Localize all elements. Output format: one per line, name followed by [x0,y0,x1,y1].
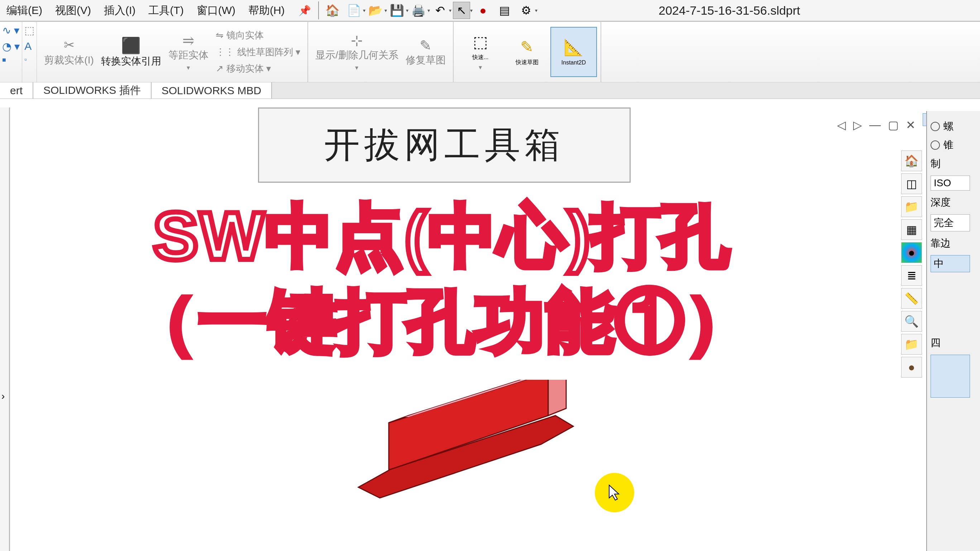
sketch-tiny-icon[interactable]: ▫ [24,56,34,64]
rebuild-status-icon[interactable]: ● [474,2,492,19]
inspect-icon[interactable]: 🔍 [901,311,922,332]
bbox-icon[interactable]: ▦ [901,219,922,240]
repair-sketch-button[interactable]: 修复草图 [406,54,446,67]
rapid-sketch-button[interactable]: ✎ 快速草图 [504,27,550,77]
sketch-dim-icon[interactable]: ⬚ [24,24,34,37]
sketch-spline-icon[interactable]: ∿ ▾ [2,24,20,37]
offset-entities-button[interactable]: 等距实体 [169,49,208,62]
instant2d-button[interactable]: 📐 Instant2D [550,27,597,77]
next-view-button[interactable]: ▷ [853,118,862,132]
radio-taper[interactable] [931,140,940,150]
radio-thread[interactable] [931,122,940,131]
cursor-arrow-icon [607,484,622,501]
sketch-arc-icon[interactable]: ◔ ▾ [2,40,20,52]
menu-insert[interactable]: 插入(I) [97,3,142,18]
tab-insert[interactable]: ert [0,83,33,98]
depth-label: 深度 [931,195,951,209]
home-view-icon[interactable]: 🏠 [901,151,922,171]
origin-marker-icon: › [2,387,5,405]
close-button[interactable]: ✕ [906,118,915,132]
menu-window[interactable]: 窗口(W) [190,3,242,18]
trim-entities-button[interactable]: 剪裁实体(I) [44,54,94,67]
divider [318,2,319,19]
convert-entities-button[interactable]: 转换实体引用 [101,55,161,68]
document-title: 2024-7-15-16-31-56.sldprt [659,3,800,17]
depth-field[interactable]: 完全 [931,214,970,232]
standard-label: 制 [931,157,940,170]
list-icon[interactable]: ≣ [901,265,922,286]
rapid-button[interactable]: ⬚ 快速... ▾ [457,27,504,77]
print-button[interactable]: 🖨️ [410,2,427,19]
task-pane: 螺 锥 制 ISO 深度 完全 靠边 中 四 [926,111,980,551]
move-entities-button[interactable]: ↗移动实体 ▾ [216,60,271,77]
new-button[interactable]: 📄 [345,2,363,19]
standard-field[interactable]: ISO [931,176,970,191]
sphere-shade-icon[interactable]: ● [901,357,922,378]
prev-view-button[interactable]: ◁ [837,118,846,132]
material-folder-icon[interactable]: 📁 [901,334,922,355]
undo-button[interactable]: ↶ [431,2,449,19]
overlay-caption: SW中点(中心)打孔 （一键打孔功能①） [129,194,755,364]
maximize-button[interactable]: ▢ [888,118,899,132]
menu-tools[interactable]: 工具(T) [142,3,190,18]
sketch-text-icon[interactable]: A [24,40,34,52]
save-button[interactable]: 💾 [388,2,406,19]
pin-icon[interactable]: 📌 [299,5,311,16]
model-3d-part [355,380,584,502]
cursor-highlight [595,473,634,512]
edge-label: 靠边 [931,237,951,250]
quad-label: 四 [931,336,940,350]
isometric-view-icon[interactable]: ◫ [901,173,922,194]
command-tabs: ert SOLIDWORKS 插件 SOLIDWORKS MBD [0,83,980,99]
home-button[interactable]: 🏠 [324,2,341,19]
view-toolbar: 🏠 ◫ 📁 ▦ ● ≣ 📏 🔍 📁 ● [901,151,923,378]
measure-icon[interactable]: 📏 [901,288,922,309]
radio-taper-label: 锥 [943,138,953,152]
folder-icon[interactable]: 📁 [901,196,922,217]
tab-solidworks-addin[interactable]: SOLIDWORKS 插件 [33,83,151,98]
tab-solidworks-mbd[interactable]: SOLIDWORKS MBD [151,83,272,98]
menu-view[interactable]: 视图(V) [49,3,97,18]
menu-edit[interactable]: 编辑(E) [0,3,49,18]
select-button[interactable]: ↖ [453,2,470,19]
feature-tree-panel: › [0,108,10,551]
radio-thread-label: 螺 [943,120,953,133]
appearance-icon[interactable]: ● [901,242,922,263]
edge-field[interactable]: 中 [931,255,970,272]
sketch-point-icon[interactable]: ■ [2,56,20,64]
linear-pattern-button[interactable]: ⋮⋮线性草图阵列 ▾ [216,44,300,60]
svg-marker-3 [548,380,566,416]
mirror-entities-button[interactable]: ⇋镜向实体 [216,27,264,44]
settings-button[interactable]: ⚙ [517,2,535,19]
minimize-button[interactable]: — [869,118,881,132]
quad-field[interactable] [931,355,970,398]
show-delete-relations-button[interactable]: 显示/删除几何关系 [315,49,398,62]
ribbon: ∿ ▾ ◔ ▾ ■ ⬚ A ▫ ✂ 剪裁实体(I) ⬛ 转换实体引用 ⥤ 等距实… [0,22,980,83]
options-list-button[interactable]: ▤ [496,2,513,19]
kaiba-toolbox-title: 开拔网工具箱 [258,108,631,183]
open-button[interactable]: 📂 [367,2,384,19]
menu-help[interactable]: 帮助(H) [242,3,291,18]
